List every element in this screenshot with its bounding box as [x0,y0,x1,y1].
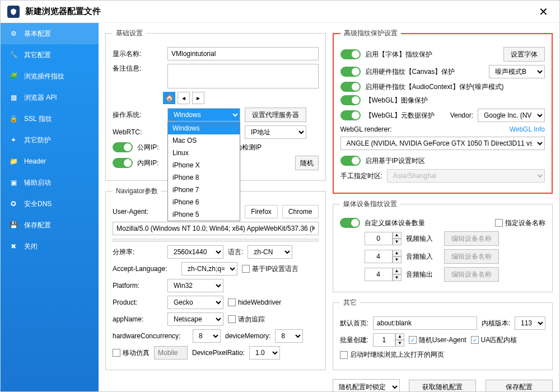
video-in-label: 视频输入 [406,234,440,244]
webrtc-select[interactable]: IP地址 [245,125,306,139]
dpr-select[interactable]: 1.0 [249,346,280,360]
window-title: 新建浏览器配置文件 [25,6,534,17]
os-label: 操作系统: [113,110,163,120]
sidebar-item-dns[interactable]: ✪安全DNS [1,193,99,214]
sidebar-item-save[interactable]: 💾保存配置 [1,214,99,236]
titlebar: 新建浏览器配置文件 ✕ [1,1,559,23]
lan-ip-toggle[interactable] [113,158,133,168]
lock-config-select[interactable]: 随机配置时锁定 [333,379,400,391]
os-option-iphonex[interactable]: iPhone X [168,159,240,171]
resume-browse-checkbox[interactable]: 启动时继续浏览上次打开的网页 [340,350,444,360]
edit-audio-out-button: 编辑设备名称 [444,267,499,282]
media-device-group: 媒体设备指纹设置 自定义媒体设备数量 指定设备名称 ▲▼ 视频输入 编辑设备名称… [333,199,553,292]
audio-in-spinner[interactable]: ▲▼ [365,250,402,263]
sidebar-item-protection[interactable]: ✦其它防护 [1,129,99,151]
lan-ip-label: 内网IP: [137,158,159,168]
vendor-select[interactable]: Google Inc. (NVID [478,109,545,122]
ua-scrollbar[interactable] [113,239,319,242]
os-option-windows[interactable]: Windows [168,122,240,134]
rand-ua-checkbox[interactable]: ✓随机User-Agent [409,335,466,345]
accept-lang-select[interactable]: zh-CN,zh;q=0.9 [181,262,237,276]
audio-in-label: 音频输入 [406,252,440,262]
firefox-tab[interactable]: Firefox [245,205,278,218]
canvas-protect-toggle[interactable] [340,67,361,77]
public-ip-toggle[interactable] [113,142,133,152]
os-option-iphone7[interactable]: iPhone 7 [168,184,240,196]
prev-icon-button[interactable]: ◂ [178,92,190,104]
app-logo [7,6,20,18]
sidebar-item-launch[interactable]: ▣辅助启动 [1,172,99,193]
window-close-button[interactable]: ✕ [534,3,553,21]
ip-lang-checkbox[interactable]: 基于IP设置语言 [242,264,298,274]
appname-select[interactable]: Netscape [167,312,223,326]
notes-label: 备注信息: [113,64,163,73]
os-option-macos[interactable]: Mac OS [168,134,240,147]
next-icon-button[interactable]: ▸ [192,92,204,104]
webgl-info-link[interactable]: WebGL Info [510,125,545,133]
tz-ip-label: 启用基于IP设置时区 [365,156,425,166]
video-in-spinner[interactable]: ▲▼ [365,232,402,245]
advanced-fingerprint-group: 高级指纹保护设置 启用【字体】指纹保护 设置字体 启用硬件指纹【Canvas】保… [333,29,553,194]
audio-protect-toggle[interactable] [340,82,361,92]
os-option-iphone6[interactable]: iPhone 6 [168,196,240,208]
accept-lang-label: Accept-Language: [113,265,177,273]
ua-kernel-checkbox[interactable]: ✓UA匹配内核 [471,335,517,345]
display-name-input[interactable] [167,47,319,60]
webgl-meta-label: 【WebGL】元数据保护 [365,111,435,120]
nav-legend: Navigator参数 [113,186,161,196]
dnt-checkbox[interactable]: 请勿追踪 [228,315,265,324]
font-protect-toggle[interactable] [340,49,361,59]
hide-webdriver-checkbox[interactable]: hideWebdriver [228,298,281,306]
chrome-tab[interactable]: Chrome [282,205,319,218]
api-icon: ▦ [8,92,18,102]
cmd-icon: ▣ [8,178,18,188]
sidebar-item-header[interactable]: 📁Header [1,151,99,172]
os-option-linux[interactable]: Linux [168,147,240,159]
ua-label: User-Agent: [113,208,163,216]
webgl-image-toggle[interactable] [340,95,361,105]
audio-out-spinner[interactable]: ▲▼ [365,268,402,281]
mobile-sim-checkbox[interactable]: 移动仿真 [113,348,150,358]
get-random-config-button[interactable]: 获取随机配置 [409,380,476,391]
language-select[interactable]: zh-CN [248,245,292,259]
hc-label: hardwareConcurrency: [113,332,188,340]
proxy-settings-button[interactable]: 设置代理服务器 [245,108,306,122]
os-option-iphone5[interactable]: iPhone 5 [168,208,240,221]
home-icon-button[interactable]: 🏠 [163,92,175,104]
custom-media-toggle[interactable] [340,218,360,228]
sidebar-item-ssl[interactable]: 🔒SSL 指纹 [1,108,99,129]
spec-name-checkbox[interactable]: 指定设备名称 [495,218,545,228]
kernel-select[interactable]: 113 [515,316,545,330]
notes-textarea[interactable] [167,64,319,88]
custom-media-label: 自定义媒体设备数量 [365,218,425,228]
folder-icon: 📁 [8,156,18,166]
sidebar-item-close[interactable]: ✖关闭 [1,236,99,257]
homepage-input[interactable] [373,316,477,330]
random-ip-button[interactable]: 随机 [295,156,319,170]
os-select[interactable]: Windows [167,108,240,122]
sidebar-item-basic[interactable]: ⚙基本配置 [1,23,99,44]
hc-select[interactable]: 8 [193,329,221,343]
tz-select: Asia/Shanghai [387,169,545,183]
canvas-mode-select[interactable]: 噪声模式B [489,65,545,78]
secure-icon: ✪ [8,199,18,209]
save-config-button[interactable]: 保存配置 [486,380,553,391]
webgl-meta-toggle[interactable] [340,110,361,120]
wrench-icon: 🔧 [8,50,18,60]
resolution-label: 分辨率: [113,248,163,257]
ua-input[interactable] [113,222,319,235]
os-option-iphone8[interactable]: iPhone 8 [168,171,240,184]
lock-icon: 🔒 [8,114,18,124]
batch-spinner[interactable]: ▲▼ [373,333,404,347]
renderer-select[interactable]: ANGLE (NVIDIA, NVIDIA GeForce GTX 1050 T… [340,137,545,150]
platform-select[interactable]: Win32 [167,279,223,292]
font-settings-button[interactable]: 设置字体 [503,47,545,62]
tz-ip-toggle[interactable] [340,156,361,166]
appname-label: appName: [113,315,163,323]
sidebar-item-other-config[interactable]: 🔧其它配置 [1,44,99,66]
product-select[interactable]: Gecko [167,296,223,309]
sidebar-item-plugin-fp[interactable]: 🧩浏览插件指纹 [1,66,99,87]
dm-select[interactable]: 8 [275,329,303,343]
resolution-select[interactable]: 2560x1440 [167,245,223,259]
sidebar-item-api[interactable]: ▦浏览器 API [1,87,99,108]
